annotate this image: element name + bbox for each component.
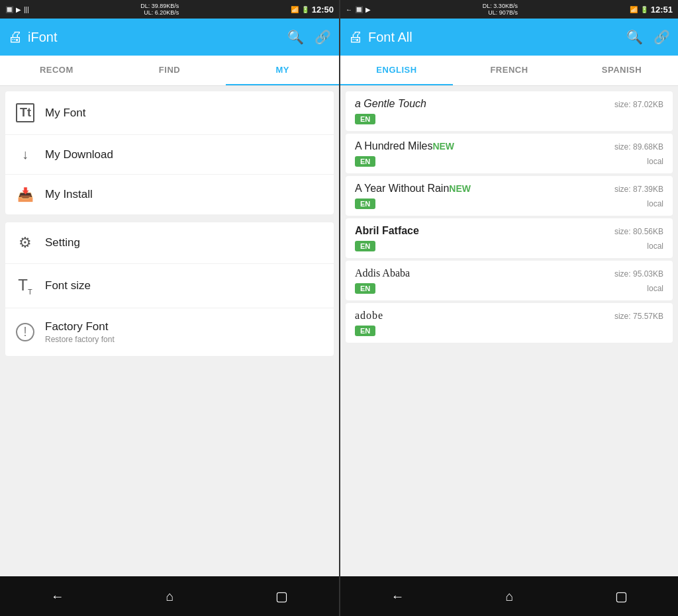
menu-item-myfont[interactable]: Tt My Font xyxy=(5,91,334,135)
font-item-5-bottom: EN xyxy=(355,326,663,336)
menu-group-2: ⚙ Setting TT Font size ! Factory Font Re… xyxy=(5,222,334,356)
left-app-actions: 🔍 🔗 xyxy=(287,29,331,45)
factoryfont-subtitle: Restore factory font xyxy=(45,335,323,344)
font-item-5-top: adobe size: 75.57KB xyxy=(355,310,663,322)
menu-group-1: Tt My Font ↓ My Download 📥 My Install xyxy=(5,91,334,214)
myinstall-text: My Install xyxy=(45,188,323,201)
font-local-4: local xyxy=(647,284,663,293)
tab-english[interactable]: ENGLISH xyxy=(340,56,453,85)
font-lang-5: EN xyxy=(355,326,375,336)
right-back-btn[interactable]: ← xyxy=(391,589,404,604)
font-item-5[interactable]: adobe size: 75.57KB EN xyxy=(346,303,673,343)
font-item-0-bottom: EN xyxy=(355,114,663,124)
right-search-icon[interactable]: 🔍 xyxy=(626,29,643,45)
left-recent-btn[interactable]: ▢ xyxy=(275,588,288,604)
left-home-btn[interactable]: ⌂ xyxy=(166,589,173,604)
fontsize-icon: TT xyxy=(16,276,34,296)
font-name-2: A Year Without RainNEW xyxy=(355,183,471,195)
right-nav-bar: ← ⌂ ▢ xyxy=(340,576,678,616)
fontsize-text: Font size xyxy=(45,279,323,292)
notification-icon: 🔲 xyxy=(5,6,13,13)
right-battery-icon: 🔋 xyxy=(640,6,648,13)
left-time: 12:50 xyxy=(312,5,334,15)
font-item-3[interactable]: Abril Fatface size: 80.56KB EN local xyxy=(346,218,673,258)
signal-icon: ||| xyxy=(24,6,29,13)
right-app-icon: 🖨 xyxy=(348,28,363,46)
tab-my[interactable]: MY xyxy=(226,56,339,85)
right-back-arrow: ← xyxy=(346,6,352,13)
left-status-icons: 🔲 ▶ ||| xyxy=(5,6,29,13)
right-app-bar: 🖨 Font All 🔍 🔗 xyxy=(340,19,678,56)
right-recent-btn[interactable]: ▢ xyxy=(615,588,628,604)
font-item-0-top: a Gentle Touch size: 87.02KB xyxy=(355,98,663,110)
font-size-1: size: 89.68KB xyxy=(614,142,663,152)
left-status-bar: 🔲 ▶ ||| DL: 39.89KB/s UL: 6.20KB/s 📶 🔋 1… xyxy=(0,0,339,19)
factoryfont-title: Factory Font xyxy=(45,320,323,333)
right-status-info: DL: 3.30KB/s UL: 907B/s xyxy=(483,3,518,16)
left-back-btn[interactable]: ← xyxy=(51,589,64,604)
right-status-bar: ← 🔲 ▶ DL: 3.30KB/s UL: 907B/s 📶 🔋 12:51 xyxy=(340,0,678,19)
font-size-4: size: 95.03KB xyxy=(614,269,663,279)
menu-item-setting[interactable]: ⚙ Setting xyxy=(5,222,334,264)
right-panel: ← 🔲 ▶ DL: 3.30KB/s UL: 907B/s 📶 🔋 12:51 … xyxy=(339,0,678,616)
right-share-icon[interactable]: 🔗 xyxy=(654,29,670,45)
fontsize-title: Font size xyxy=(45,279,323,292)
left-content: Tt My Font ↓ My Download 📥 My Install xyxy=(0,86,339,576)
right-dl-speed: DL: 3.30KB/s xyxy=(483,3,518,9)
menu-item-myinstall[interactable]: 📥 My Install xyxy=(5,175,334,214)
font-local-1: local xyxy=(647,157,663,166)
right-status-icons: ← 🔲 ▶ xyxy=(346,6,371,13)
tab-find[interactable]: FIND xyxy=(113,56,226,85)
setting-text: Setting xyxy=(45,236,323,249)
font-size-0: size: 87.02KB xyxy=(614,100,663,109)
font-item-0[interactable]: a Gentle Touch size: 87.02KB EN xyxy=(346,91,673,131)
menu-item-mydownload[interactable]: ↓ My Download xyxy=(5,135,334,175)
myinstall-icon: 📥 xyxy=(16,187,34,202)
right-notification-icon: 🔲 xyxy=(355,6,363,13)
font-item-3-bottom: EN local xyxy=(355,241,663,251)
right-app-title: Font All xyxy=(368,30,412,45)
tab-spanish[interactable]: SPANISH xyxy=(565,56,678,85)
left-nav-bar: ← ⌂ ▢ xyxy=(0,576,339,616)
font-item-2-top: A Year Without RainNEW size: 87.39KB xyxy=(355,183,663,195)
left-app-title: iFont xyxy=(28,30,57,45)
myfont-title: My Font xyxy=(45,107,323,120)
font-item-4[interactable]: Addis Ababa size: 95.03KB EN local xyxy=(346,261,673,300)
myfont-text: My Font xyxy=(45,107,323,120)
left-app-bar: 🖨 iFont 🔍 🔗 xyxy=(0,19,339,56)
font-lang-3: EN xyxy=(355,241,375,251)
font-lang-4: EN xyxy=(355,283,375,294)
right-wifi-icon: 📶 xyxy=(630,6,638,13)
font-name-1: A Hundred MilesNEW xyxy=(355,140,454,152)
tab-french[interactable]: FRENCH xyxy=(453,56,565,85)
left-share-icon[interactable]: 🔗 xyxy=(315,29,331,45)
font-item-3-top: Abril Fatface size: 80.56KB xyxy=(355,225,663,237)
font-item-1[interactable]: A Hundred MilesNEW size: 89.68KB EN loca… xyxy=(346,134,673,173)
menu-item-factoryfont[interactable]: ! Factory Font Restore factory font xyxy=(5,308,334,356)
font-item-1-top: A Hundred MilesNEW size: 89.68KB xyxy=(355,140,663,152)
font-name-0: a Gentle Touch xyxy=(355,98,426,110)
right-ul-speed: UL: 907B/s xyxy=(488,9,518,16)
left-app-title-group: 🖨 iFont xyxy=(8,28,287,46)
font-item-4-bottom: EN local xyxy=(355,283,663,294)
font-local-2: local xyxy=(647,199,663,208)
mydownload-icon: ↓ xyxy=(16,147,34,162)
font-size-5: size: 75.57KB xyxy=(614,312,663,321)
font-list: a Gentle Touch size: 87.02KB EN A Hundre… xyxy=(340,86,678,576)
menu-item-fontsize[interactable]: TT Font size xyxy=(5,264,334,308)
font-item-1-bottom: EN local xyxy=(355,156,663,167)
left-ul-speed: UL: 6.20KB/s xyxy=(144,9,179,16)
tab-recom[interactable]: RECOM xyxy=(0,56,113,85)
left-tabs: RECOM FIND MY xyxy=(0,56,339,86)
left-app-icon: 🖨 xyxy=(8,28,23,46)
font-name-5: adobe xyxy=(355,310,383,322)
font-local-3: local xyxy=(647,242,663,251)
left-panel: 🔲 ▶ ||| DL: 39.89KB/s UL: 6.20KB/s 📶 🔋 1… xyxy=(0,0,339,616)
font-item-2[interactable]: A Year Without RainNEW size: 87.39KB EN … xyxy=(346,176,673,216)
right-home-btn[interactable]: ⌂ xyxy=(505,589,513,604)
font-name-4: Addis Ababa xyxy=(355,267,410,279)
right-signal-icon: ▶ xyxy=(365,6,371,13)
mydownload-title: My Download xyxy=(45,148,323,161)
wifi-icon: ▶ xyxy=(16,6,21,13)
left-search-icon[interactable]: 🔍 xyxy=(287,29,304,45)
